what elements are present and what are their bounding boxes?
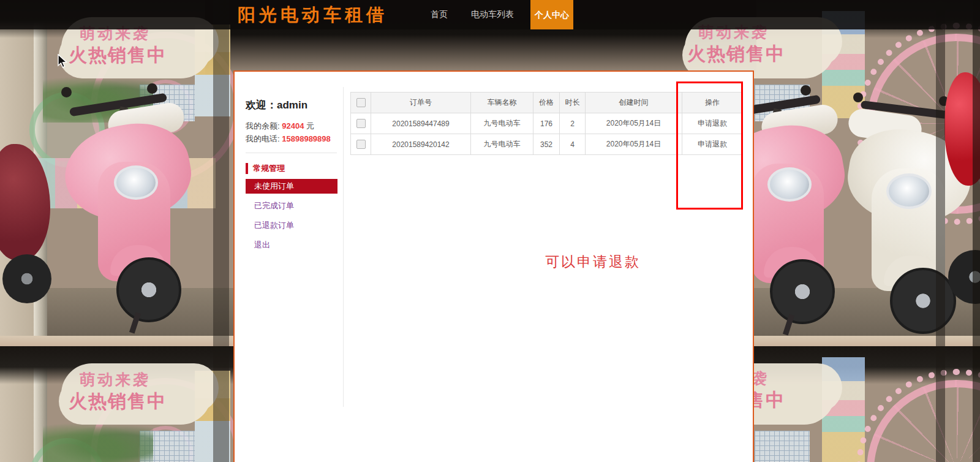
sidebar: 欢迎：admin 我的余额: 92404 元 我的电话: 15898989898… bbox=[235, 87, 344, 407]
photo-right-edge bbox=[973, 0, 980, 346]
phone-label: 我的电话: bbox=[246, 134, 280, 143]
sidebar-menu: 未使用订单 已完成订单 已退款订单 退出 bbox=[246, 179, 343, 252]
sidebar-item-completed-orders[interactable]: 已完成订单 bbox=[246, 199, 337, 213]
cell-vehicle: 九号电动车 bbox=[471, 134, 533, 155]
annotation-note: 可以申请退款 bbox=[545, 252, 641, 271]
glass-divider-frame bbox=[213, 346, 229, 462]
nav-personal-center[interactable]: 个人中心 bbox=[530, 0, 573, 29]
phone-value: 15898989898 bbox=[282, 134, 331, 143]
cell-price: 176 bbox=[533, 113, 560, 134]
grid-poster-right bbox=[755, 431, 810, 462]
promo-banner-text: 萌动来袭 bbox=[80, 369, 151, 390]
glass-divider-frame bbox=[213, 0, 229, 346]
photo-right-edge bbox=[973, 346, 980, 462]
sidebar-item-logout[interactable]: 退出 bbox=[246, 238, 337, 252]
cell-order-no: 20201589420142 bbox=[371, 134, 471, 155]
nav-vehicle-list[interactable]: 电动车列表 bbox=[463, 9, 522, 20]
top-navbar: 阳光电动车租借 首页 电动车列表 个人中心 bbox=[0, 0, 980, 29]
app-window: 萌动来袭 火热销售中 萌动来袭 火热销售中 bbox=[0, 0, 980, 462]
cell-created: 2020年05月14日 bbox=[586, 113, 682, 134]
menu-section-title: 常规管理 bbox=[246, 163, 343, 174]
balance-line: 我的余额: 92404 元 bbox=[246, 121, 343, 131]
select-all-cell bbox=[351, 93, 371, 113]
main-nav: 首页 电动车列表 个人中心 bbox=[423, 0, 573, 29]
row-checkbox[interactable] bbox=[356, 119, 366, 128]
sidebar-item-refunded-orders[interactable]: 已退款订单 bbox=[246, 218, 337, 233]
cell-duration: 2 bbox=[560, 113, 586, 134]
promo-banner-text: 火热销售中 bbox=[69, 43, 167, 68]
cell-created: 2020年05月14日 bbox=[586, 134, 682, 155]
cell-order-no: 20201589447489 bbox=[371, 113, 471, 134]
plants-reflection bbox=[43, 423, 153, 462]
balance-label: 我的余额: bbox=[246, 121, 280, 131]
glass-divider-frame bbox=[936, 0, 945, 346]
glass-divider-frame bbox=[936, 346, 945, 462]
cell-duration: 4 bbox=[560, 134, 586, 155]
row-select-cell bbox=[351, 134, 371, 155]
col-header-duration: 时长 bbox=[560, 93, 586, 113]
welcome-label: 欢迎： bbox=[246, 99, 277, 111]
username: admin bbox=[277, 99, 307, 111]
row-checkbox[interactable] bbox=[356, 140, 366, 149]
maroon-scooter bbox=[0, 144, 53, 322]
mouse-cursor bbox=[57, 54, 69, 69]
annotation-highlight-box bbox=[676, 81, 743, 210]
select-all-checkbox[interactable] bbox=[356, 98, 366, 107]
col-header-created: 创建时间 bbox=[586, 93, 682, 113]
pink-scooter-left bbox=[54, 69, 213, 332]
phone-line: 我的电话: 15898989898 bbox=[246, 134, 343, 144]
nav-home[interactable]: 首页 bbox=[423, 9, 456, 20]
promo-banner-text: 火热销售中 bbox=[69, 389, 167, 414]
sidebar-divider bbox=[246, 153, 337, 153]
row-select-cell bbox=[351, 113, 371, 134]
balance-value: 92404 bbox=[282, 121, 304, 131]
welcome-line: 欢迎：admin bbox=[246, 98, 343, 112]
site-title[interactable]: 阳光电动车租借 bbox=[238, 0, 388, 29]
balance-unit: 元 bbox=[306, 121, 314, 131]
sidebar-item-unused-orders[interactable]: 未使用订单 bbox=[246, 179, 337, 194]
col-header-order-no: 订单号 bbox=[371, 93, 471, 113]
promo-banner-text: 火热销售中 bbox=[687, 42, 785, 67]
col-header-price: 价格 bbox=[533, 93, 560, 113]
ferris-wheel-decal-right bbox=[867, 380, 980, 462]
cell-price: 352 bbox=[533, 134, 560, 155]
col-header-vehicle: 车辆名称 bbox=[471, 93, 533, 113]
cell-vehicle: 九号电动车 bbox=[471, 113, 533, 134]
